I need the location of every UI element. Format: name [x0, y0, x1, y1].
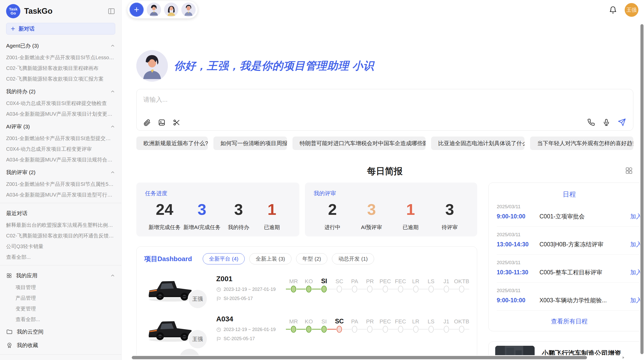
image-upload-icon[interactable] [158, 119, 166, 126]
send-icon[interactable] [618, 118, 626, 126]
section-ai-review-header[interactable]: AI评审 (3) [6, 123, 115, 130]
section-title: AI评审 (3) [6, 123, 30, 130]
agent-avatar[interactable] [147, 3, 161, 17]
sidebar-item-recent-chat[interactable]: 公司Q3轻卡销量 [6, 244, 115, 249]
event-name: X003-车辆动力学性能验... [539, 296, 627, 304]
new-chat-button[interactable]: 新对话 [6, 23, 115, 35]
sidebar-item-agent-done[interactable]: C02-飞腾新能源轻客改款项目立项汇报方案 [6, 76, 115, 81]
hero: 你好，王强，我是你的项目管理助理 小识 [136, 50, 633, 82]
chevron-up-icon[interactable] [110, 124, 115, 129]
milestone-connector [377, 289, 382, 289]
suggestion-chip[interactable]: 如何写一份清晰的项目周报 [213, 137, 287, 150]
section-title: 最近对话 [6, 210, 27, 217]
sidebar-item-app[interactable]: 项目管理 [16, 285, 115, 290]
milestone-connector [439, 289, 443, 289]
milestone-connector [377, 329, 382, 329]
suggestion-chip[interactable]: 欧洲新规最近颁布了什么? [136, 137, 208, 150]
vertical-scrollbar-thumb[interactable] [640, 24, 643, 354]
user-avatar[interactable]: 王强 [625, 3, 638, 17]
sidebar-item-my-todo[interactable]: A034-全新新能源MUV产品开发项目计划变更表编写 [6, 111, 115, 116]
milestone-dot-done [306, 286, 312, 293]
sidebar-item-ai-review[interactable]: A034-全新新能源MUV产品开发项目法规符合性评审 [6, 157, 115, 162]
sidebar-item-app[interactable]: 产品管理 [16, 295, 115, 301]
milestone-label: LR [408, 315, 423, 325]
attachment-icon[interactable] [143, 119, 151, 126]
milestone-connector [332, 329, 336, 330]
stat-value: 24 [149, 201, 181, 218]
sidebar-item-my-review[interactable]: Z001-全新燃油轻卡产品开发项目SI节点属性5D文件评审 [6, 182, 115, 187]
milestone-connector [297, 289, 301, 290]
schedule-view-all-link[interactable]: 查看所有日程 [497, 317, 642, 325]
dashboard-filter-chip[interactable]: 全新上装 (3) [249, 253, 291, 264]
milestone-dot-done [321, 286, 327, 293]
chevron-up-icon[interactable] [110, 273, 115, 278]
milestone-connector [342, 289, 347, 289]
milestone-oktb: OKTB [454, 315, 469, 334]
section-agent-done-header[interactable]: Agent已办 (3) [6, 42, 115, 49]
agent-avatar[interactable] [181, 3, 196, 17]
milestone-mr: MR [286, 315, 301, 334]
briefing-header: 每日简报 [136, 165, 633, 176]
microphone-icon[interactable] [603, 118, 610, 126]
stat-label: AI预评审 [356, 224, 387, 231]
voice-call-icon[interactable] [587, 118, 595, 126]
dashboard-filter-chip[interactable]: 动总开发 (1) [332, 253, 374, 264]
chevron-up-icon[interactable] [110, 170, 115, 175]
dashboard-filter-chip[interactable]: 全新平台 (4) [203, 253, 245, 264]
suggestion-chips: 欧洲新规最近颁布了什么?如何写一份清晰的项目周报特朗普可能对进口汽车增税会对中国… [136, 137, 633, 150]
project-row[interactable]: 王强 Z001 2023-12-19 ~ 2027-01-19 [144, 272, 469, 305]
notification-bell-icon[interactable] [609, 6, 617, 14]
milestone-lr: LR [408, 315, 423, 334]
add-agent-button[interactable] [129, 3, 144, 17]
sidebar-item-agent-done[interactable]: C02-飞腾新能源轻客改款项目里程碑画布 [6, 66, 115, 71]
recent-view-all[interactable]: 查看全部... [6, 254, 115, 260]
stat-cards: 任务进度 24 新增完成任务 3 新增AI完成任务 3 我的待办 [136, 183, 477, 236]
section-recent-header: 最近对话 [6, 210, 115, 217]
section-my-todo-header[interactable]: 我的待办 (2) [6, 88, 115, 95]
section-my-apps-header[interactable]: 我的应用 [6, 272, 115, 279]
suggestion-chip[interactable]: 当下年轻人对汽车外观有怎样的喜好趋势 [530, 137, 633, 150]
chevron-up-icon[interactable] [110, 43, 115, 48]
sidebar-item-ai-review[interactable]: Z001-全新燃油轻卡产品开发项目SI造型提交物评审 [6, 136, 115, 141]
sidebar-item-recent-chat[interactable]: 解释最新出台的欧盟报废车法规再生塑料比例被调至15%... [6, 222, 115, 228]
milestone-label: SI [316, 315, 332, 325]
scroll-right-arrow-icon[interactable] [621, 356, 625, 359]
sidebar-item-my-review[interactable]: A034-全新新能源MUV产品开发项目造型可行性评审 [6, 192, 115, 197]
new-chat-label: 新对话 [19, 25, 35, 32]
layout-grid-icon[interactable] [625, 166, 633, 175]
milestone-connector [362, 329, 367, 329]
milestone-connector [347, 329, 352, 329]
milestone-dot-overdue [337, 326, 342, 333]
sidebar-item-agent-done[interactable]: Z001-全新燃油皮卡产品开发项目SI节点Lesson Learn报告 [6, 55, 115, 60]
sidebar-link[interactable]: 我的云空间 [6, 328, 115, 335]
suggestion-chip[interactable]: 特朗普可能对进口汽车增税会对中国车企造成哪些影响 [292, 137, 426, 150]
clock-icon [216, 327, 221, 332]
composer-right-icons [587, 118, 626, 126]
section-my-review-header[interactable]: 我的评审 (2) [6, 169, 115, 176]
sidebar-link[interactable]: 我的收藏 [6, 342, 115, 349]
milestone-dot-pending [352, 326, 357, 333]
assistant-avatar [136, 50, 168, 82]
horizontal-scrollbar-thumb[interactable] [132, 356, 587, 359]
milestone-ls: LS [423, 315, 439, 334]
content: 你好，王强，我是你的项目管理助理 小识 欧洲新规最近颁布了什么?如何写一份清晰的… [122, 50, 644, 360]
suggestion-chip[interactable]: 比亚迪全固态电池计划具体说了什么 [431, 137, 524, 150]
dashboard-filter-chip[interactable]: 年型 (2) [296, 253, 328, 264]
apps-view-all[interactable]: 查看全部... [16, 317, 115, 322]
sidebar-collapse-icon[interactable] [108, 7, 115, 15]
stat-value: 2 [317, 201, 348, 218]
milestone-connector [449, 289, 454, 289]
chat-input[interactable] [143, 95, 481, 111]
milestone-connector [465, 329, 469, 329]
project-row[interactable]: 王强 A034 2023-12-19 ~ 2026-01-19 [144, 312, 469, 345]
sidebar-item-app[interactable]: 变更管理 [16, 306, 115, 311]
chevron-up-icon[interactable] [110, 89, 115, 94]
snippet-scissors-icon[interactable] [173, 119, 180, 126]
event-name: C005-整车工程目标评审 [539, 268, 627, 276]
milestone-label: SC [332, 275, 347, 285]
sidebar-item-ai-review[interactable]: C0X4-动力总成开发项目工程变更评审 [6, 146, 115, 152]
milestone-dot-pending [352, 286, 357, 293]
sidebar-item-recent-chat[interactable]: C02-飞腾新能源轻客改款项目的闭环通告反馈情况 [6, 233, 115, 238]
agent-avatar[interactable] [164, 3, 178, 17]
sidebar-item-my-todo[interactable]: C0X4-动力总成开发项目SI里程碑提交物检查 [6, 101, 115, 106]
